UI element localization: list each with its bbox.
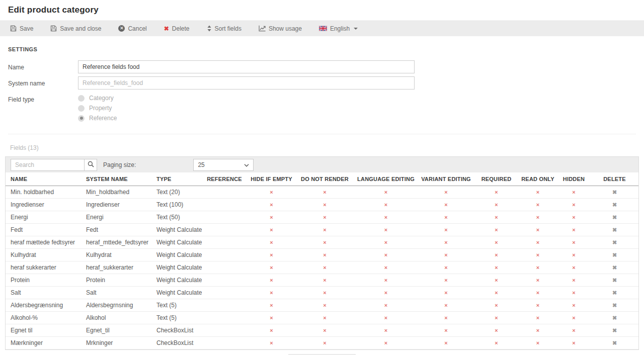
flag-toggle-icon[interactable]: ×: [536, 290, 539, 296]
flag-toggle-icon[interactable]: ×: [270, 202, 273, 208]
flag-toggle-icon[interactable]: ×: [572, 277, 575, 283]
flag-toggle-icon[interactable]: ×: [444, 202, 447, 208]
flag-toggle-icon[interactable]: ×: [495, 315, 498, 321]
flag-toggle-icon[interactable]: ×: [270, 315, 273, 321]
delete-button[interactable]: ✖ Delete: [163, 23, 191, 34]
flag-toggle-icon[interactable]: ×: [572, 189, 575, 195]
flag-toggle-icon[interactable]: ×: [495, 252, 498, 258]
flag-toggle-icon[interactable]: ×: [323, 315, 326, 321]
flag-toggle-icon[interactable]: ×: [536, 340, 539, 346]
flag-toggle-icon[interactable]: ×: [572, 239, 575, 245]
flag-toggle-icon[interactable]: ×: [536, 252, 539, 258]
flag-toggle-icon[interactable]: ×: [384, 227, 387, 233]
flag-toggle-icon[interactable]: ×: [323, 252, 326, 258]
flag-toggle-icon[interactable]: ×: [323, 290, 326, 296]
flag-toggle-icon[interactable]: ×: [323, 340, 326, 346]
delete-row-icon[interactable]: ✖: [612, 252, 617, 258]
flag-toggle-icon[interactable]: ×: [323, 227, 326, 233]
delete-row-icon[interactable]: ✖: [612, 315, 617, 321]
flag-toggle-icon[interactable]: ×: [270, 252, 273, 258]
flag-toggle-icon[interactable]: ×: [495, 214, 498, 220]
delete-row-icon[interactable]: ✖: [612, 239, 617, 245]
paging-size-select[interactable]: 25: [193, 159, 254, 171]
flag-toggle-icon[interactable]: ×: [323, 327, 326, 333]
flag-toggle-icon[interactable]: ×: [270, 302, 273, 308]
flag-toggle-icon[interactable]: ×: [270, 227, 273, 233]
flag-toggle-icon[interactable]: ×: [323, 189, 326, 195]
flag-toggle-icon[interactable]: ×: [536, 214, 539, 220]
flag-toggle-icon[interactable]: ×: [323, 214, 326, 220]
flag-toggle-icon[interactable]: ×: [572, 264, 575, 271]
save-button[interactable]: Save: [9, 23, 34, 34]
flag-toggle-icon[interactable]: ×: [536, 202, 539, 208]
flag-toggle-icon[interactable]: ×: [495, 277, 498, 283]
flag-toggle-icon[interactable]: ×: [384, 214, 387, 220]
flag-toggle-icon[interactable]: ×: [270, 340, 273, 346]
delete-row-icon[interactable]: ✖: [612, 189, 617, 195]
flag-toggle-icon[interactable]: ×: [572, 302, 575, 308]
delete-row-icon[interactable]: ✖: [612, 264, 617, 271]
flag-toggle-icon[interactable]: ×: [536, 277, 539, 283]
delete-row-icon[interactable]: ✖: [612, 290, 617, 296]
flag-toggle-icon[interactable]: ×: [444, 264, 447, 271]
flag-toggle-icon[interactable]: ×: [536, 327, 539, 333]
flag-toggle-icon[interactable]: ×: [495, 189, 498, 195]
delete-row-icon[interactable]: ✖: [612, 227, 617, 233]
flag-toggle-icon[interactable]: ×: [323, 302, 326, 308]
flag-toggle-icon[interactable]: ×: [444, 327, 447, 333]
cancel-button[interactable]: ✕ Cancel: [117, 23, 147, 34]
flag-toggle-icon[interactable]: ×: [384, 264, 387, 271]
flag-toggle-icon[interactable]: ×: [495, 340, 498, 346]
flag-toggle-icon[interactable]: ×: [323, 277, 326, 283]
flag-toggle-icon[interactable]: ×: [384, 202, 387, 208]
flag-toggle-icon[interactable]: ×: [495, 202, 498, 208]
flag-toggle-icon[interactable]: ×: [572, 327, 575, 333]
flag-toggle-icon[interactable]: ×: [495, 239, 498, 245]
flag-toggle-icon[interactable]: ×: [444, 302, 447, 308]
flag-toggle-icon[interactable]: ×: [536, 239, 539, 245]
flag-toggle-icon[interactable]: ×: [444, 252, 447, 258]
delete-row-icon[interactable]: ✖: [612, 277, 617, 283]
flag-toggle-icon[interactable]: ×: [384, 252, 387, 258]
flag-toggle-icon[interactable]: ×: [384, 315, 387, 321]
flag-toggle-icon[interactable]: ×: [495, 290, 498, 296]
flag-toggle-icon[interactable]: ×: [572, 315, 575, 321]
sort-fields-button[interactable]: Sort fields: [206, 23, 243, 34]
language-selector-button[interactable]: English: [318, 23, 359, 34]
flag-toggle-icon[interactable]: ×: [536, 264, 539, 271]
flag-toggle-icon[interactable]: ×: [270, 264, 273, 271]
flag-toggle-icon[interactable]: ×: [444, 315, 447, 321]
flag-toggle-icon[interactable]: ×: [536, 302, 539, 308]
flag-toggle-icon[interactable]: ×: [444, 340, 447, 346]
flag-toggle-icon[interactable]: ×: [270, 327, 273, 333]
flag-toggle-icon[interactable]: ×: [270, 290, 273, 296]
delete-row-icon[interactable]: ✖: [612, 214, 617, 220]
flag-toggle-icon[interactable]: ×: [384, 239, 387, 245]
flag-toggle-icon[interactable]: ×: [536, 189, 539, 195]
flag-toggle-icon[interactable]: ×: [323, 264, 326, 271]
flag-toggle-icon[interactable]: ×: [323, 239, 326, 245]
name-input[interactable]: [78, 60, 415, 73]
flag-toggle-icon[interactable]: ×: [495, 227, 498, 233]
flag-toggle-icon[interactable]: ×: [323, 202, 326, 208]
flag-toggle-icon[interactable]: ×: [495, 302, 498, 308]
flag-toggle-icon[interactable]: ×: [495, 327, 498, 333]
flag-toggle-icon[interactable]: ×: [444, 239, 447, 245]
flag-toggle-icon[interactable]: ×: [444, 277, 447, 283]
flag-toggle-icon[interactable]: ×: [572, 202, 575, 208]
flag-toggle-icon[interactable]: ×: [384, 189, 387, 195]
flag-toggle-icon[interactable]: ×: [495, 264, 498, 271]
flag-toggle-icon[interactable]: ×: [270, 277, 273, 283]
flag-toggle-icon[interactable]: ×: [572, 227, 575, 233]
search-button[interactable]: [84, 159, 97, 171]
flag-toggle-icon[interactable]: ×: [384, 277, 387, 283]
flag-toggle-icon[interactable]: ×: [536, 227, 539, 233]
flag-toggle-icon[interactable]: ×: [270, 239, 273, 245]
show-usage-button[interactable]: Show usage: [258, 23, 303, 34]
delete-row-icon[interactable]: ✖: [612, 302, 617, 308]
flag-toggle-icon[interactable]: ×: [270, 214, 273, 220]
flag-toggle-icon[interactable]: ×: [444, 290, 447, 296]
flag-toggle-icon[interactable]: ×: [384, 302, 387, 308]
delete-row-icon[interactable]: ✖: [612, 340, 617, 346]
save-and-close-button[interactable]: Save and close: [49, 23, 102, 34]
